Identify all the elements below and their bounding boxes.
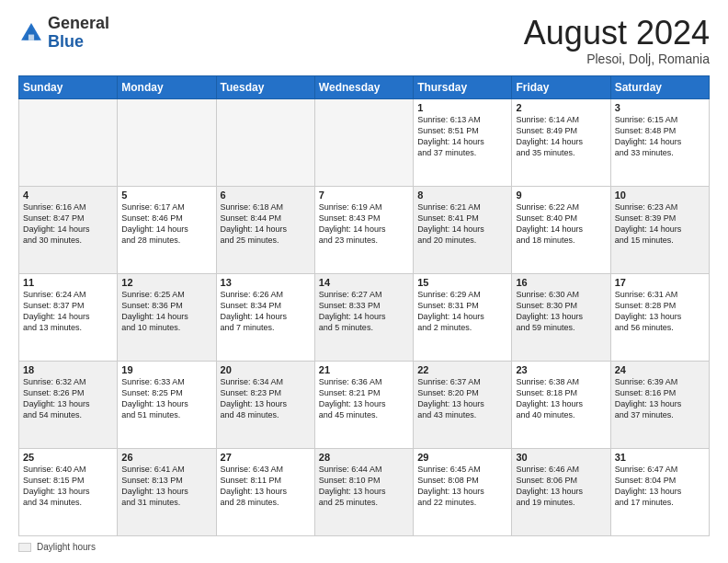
day-info: Sunrise: 6:46 AMSunset: 8:06 PMDaylight:… bbox=[516, 464, 606, 509]
legend: Daylight hours bbox=[18, 542, 710, 552]
calendar-cell: 8Sunrise: 6:21 AMSunset: 8:41 PMDaylight… bbox=[414, 186, 512, 273]
logo-text: General Blue bbox=[48, 15, 109, 52]
day-info: Sunrise: 6:23 AMSunset: 8:39 PMDaylight:… bbox=[615, 201, 705, 247]
calendar-cell: 18Sunrise: 6:32 AMSunset: 8:26 PMDayligh… bbox=[19, 361, 118, 448]
svg-rect-2 bbox=[28, 34, 34, 40]
day-number: 10 bbox=[615, 190, 705, 201]
day-number: 11 bbox=[23, 277, 113, 288]
calendar-cell: 28Sunrise: 6:44 AMSunset: 8:10 PMDayligh… bbox=[314, 448, 413, 535]
day-info: Sunrise: 6:29 AMSunset: 8:31 PMDaylight:… bbox=[417, 289, 507, 334]
calendar-cell: 10Sunrise: 6:23 AMSunset: 8:39 PMDayligh… bbox=[610, 186, 709, 273]
calendar-cell: 9Sunrise: 6:22 AMSunset: 8:40 PMDaylight… bbox=[512, 186, 610, 273]
calendar-cell: 21Sunrise: 6:36 AMSunset: 8:21 PMDayligh… bbox=[314, 361, 413, 448]
day-info: Sunrise: 6:36 AMSunset: 8:21 PMDaylight:… bbox=[319, 376, 409, 421]
calendar-cell: 13Sunrise: 6:26 AMSunset: 8:34 PMDayligh… bbox=[216, 273, 314, 361]
day-number: 5 bbox=[121, 190, 211, 201]
month-title: August 2024 bbox=[524, 15, 710, 52]
title-block: August 2024 Plesoi, Dolj, Romania bbox=[524, 15, 710, 66]
day-number: 17 bbox=[615, 277, 705, 288]
day-number: 8 bbox=[417, 190, 507, 201]
calendar-cell: 7Sunrise: 6:19 AMSunset: 8:43 PMDaylight… bbox=[314, 186, 413, 273]
day-number: 27 bbox=[221, 452, 311, 463]
day-info: Sunrise: 6:22 AMSunset: 8:40 PMDaylight:… bbox=[516, 201, 606, 247]
col-saturday: Saturday bbox=[610, 75, 709, 98]
calendar-cell: 22Sunrise: 6:37 AMSunset: 8:20 PMDayligh… bbox=[414, 361, 512, 448]
logo-icon bbox=[18, 20, 44, 46]
day-number: 12 bbox=[121, 277, 211, 288]
calendar-cell: 17Sunrise: 6:31 AMSunset: 8:28 PMDayligh… bbox=[610, 273, 709, 361]
calendar-cell: 23Sunrise: 6:38 AMSunset: 8:18 PMDayligh… bbox=[512, 361, 610, 448]
day-info: Sunrise: 6:44 AMSunset: 8:10 PMDaylight:… bbox=[319, 464, 409, 509]
legend-box bbox=[18, 543, 31, 552]
day-number: 16 bbox=[516, 277, 606, 288]
day-info: Sunrise: 6:38 AMSunset: 8:18 PMDaylight:… bbox=[516, 376, 606, 421]
day-info: Sunrise: 6:34 AMSunset: 8:23 PMDaylight:… bbox=[221, 376, 311, 421]
calendar-cell: 20Sunrise: 6:34 AMSunset: 8:23 PMDayligh… bbox=[216, 361, 314, 448]
day-number: 25 bbox=[23, 452, 113, 463]
calendar-row-4: 18Sunrise: 6:32 AMSunset: 8:26 PMDayligh… bbox=[19, 361, 710, 448]
col-tuesday: Tuesday bbox=[216, 75, 314, 98]
day-info: Sunrise: 6:17 AMSunset: 8:46 PMDaylight:… bbox=[121, 201, 211, 247]
day-info: Sunrise: 6:30 AMSunset: 8:30 PMDaylight:… bbox=[516, 289, 606, 334]
day-info: Sunrise: 6:18 AMSunset: 8:44 PMDaylight:… bbox=[221, 201, 311, 247]
calendar-row-1: 1Sunrise: 6:13 AMSunset: 8:51 PMDaylight… bbox=[19, 98, 710, 186]
calendar-header-row: Sunday Monday Tuesday Wednesday Thursday… bbox=[19, 75, 710, 98]
day-info: Sunrise: 6:43 AMSunset: 8:11 PMDaylight:… bbox=[221, 464, 311, 509]
day-number: 13 bbox=[221, 277, 311, 288]
calendar-cell bbox=[216, 98, 314, 186]
col-thursday: Thursday bbox=[414, 75, 512, 98]
calendar-cell: 29Sunrise: 6:45 AMSunset: 8:08 PMDayligh… bbox=[414, 448, 512, 535]
day-number: 14 bbox=[319, 277, 409, 288]
calendar-cell: 6Sunrise: 6:18 AMSunset: 8:44 PMDaylight… bbox=[216, 186, 314, 273]
day-number: 24 bbox=[615, 364, 705, 375]
day-info: Sunrise: 6:13 AMSunset: 8:51 PMDaylight:… bbox=[417, 114, 507, 159]
day-number: 30 bbox=[516, 452, 606, 463]
day-number: 19 bbox=[121, 364, 211, 375]
day-number: 23 bbox=[516, 364, 606, 375]
calendar-cell: 1Sunrise: 6:13 AMSunset: 8:51 PMDaylight… bbox=[414, 98, 512, 186]
day-number: 21 bbox=[319, 364, 409, 375]
calendar: Sunday Monday Tuesday Wednesday Thursday… bbox=[18, 75, 710, 536]
day-number: 6 bbox=[221, 190, 311, 201]
calendar-cell: 30Sunrise: 6:46 AMSunset: 8:06 PMDayligh… bbox=[512, 448, 610, 535]
day-number: 15 bbox=[417, 277, 507, 288]
calendar-cell: 16Sunrise: 6:30 AMSunset: 8:30 PMDayligh… bbox=[512, 273, 610, 361]
calendar-cell: 26Sunrise: 6:41 AMSunset: 8:13 PMDayligh… bbox=[118, 448, 216, 535]
day-number: 29 bbox=[417, 452, 507, 463]
location: Plesoi, Dolj, Romania bbox=[524, 52, 710, 66]
calendar-cell: 31Sunrise: 6:47 AMSunset: 8:04 PMDayligh… bbox=[610, 448, 709, 535]
day-info: Sunrise: 6:21 AMSunset: 8:41 PMDaylight:… bbox=[417, 201, 507, 247]
day-number: 31 bbox=[615, 452, 705, 463]
day-info: Sunrise: 6:15 AMSunset: 8:48 PMDaylight:… bbox=[615, 114, 705, 159]
day-info: Sunrise: 6:16 AMSunset: 8:47 PMDaylight:… bbox=[23, 201, 113, 247]
day-info: Sunrise: 6:14 AMSunset: 8:49 PMDaylight:… bbox=[516, 114, 606, 159]
page: General Blue August 2024 Plesoi, Dolj, R… bbox=[0, 0, 728, 563]
day-number: 1 bbox=[417, 102, 507, 113]
legend-label: Daylight hours bbox=[37, 542, 96, 552]
calendar-cell: 14Sunrise: 6:27 AMSunset: 8:33 PMDayligh… bbox=[314, 273, 413, 361]
day-info: Sunrise: 6:25 AMSunset: 8:36 PMDaylight:… bbox=[121, 289, 211, 334]
day-number: 20 bbox=[221, 364, 311, 375]
col-monday: Monday bbox=[118, 75, 216, 98]
calendar-row-5: 25Sunrise: 6:40 AMSunset: 8:15 PMDayligh… bbox=[19, 448, 710, 535]
day-number: 2 bbox=[516, 102, 606, 113]
calendar-cell: 25Sunrise: 6:40 AMSunset: 8:15 PMDayligh… bbox=[19, 448, 118, 535]
calendar-cell: 2Sunrise: 6:14 AMSunset: 8:49 PMDaylight… bbox=[512, 98, 610, 186]
day-info: Sunrise: 6:40 AMSunset: 8:15 PMDaylight:… bbox=[23, 464, 113, 509]
day-info: Sunrise: 6:24 AMSunset: 8:37 PMDaylight:… bbox=[23, 289, 113, 334]
calendar-body: 1Sunrise: 6:13 AMSunset: 8:51 PMDaylight… bbox=[19, 98, 710, 535]
day-info: Sunrise: 6:19 AMSunset: 8:43 PMDaylight:… bbox=[319, 201, 409, 247]
col-sunday: Sunday bbox=[19, 75, 118, 98]
day-number: 3 bbox=[615, 102, 705, 113]
calendar-row-2: 4Sunrise: 6:16 AMSunset: 8:47 PMDaylight… bbox=[19, 186, 710, 273]
logo-general: General bbox=[48, 14, 109, 32]
day-info: Sunrise: 6:31 AMSunset: 8:28 PMDaylight:… bbox=[615, 289, 705, 334]
col-wednesday: Wednesday bbox=[314, 75, 413, 98]
calendar-cell bbox=[19, 98, 118, 186]
calendar-cell: 15Sunrise: 6:29 AMSunset: 8:31 PMDayligh… bbox=[414, 273, 512, 361]
day-info: Sunrise: 6:27 AMSunset: 8:33 PMDaylight:… bbox=[319, 289, 409, 334]
calendar-cell: 11Sunrise: 6:24 AMSunset: 8:37 PMDayligh… bbox=[19, 273, 118, 361]
logo: General Blue bbox=[18, 15, 109, 52]
day-info: Sunrise: 6:47 AMSunset: 8:04 PMDaylight:… bbox=[615, 464, 705, 509]
calendar-row-3: 11Sunrise: 6:24 AMSunset: 8:37 PMDayligh… bbox=[19, 273, 710, 361]
